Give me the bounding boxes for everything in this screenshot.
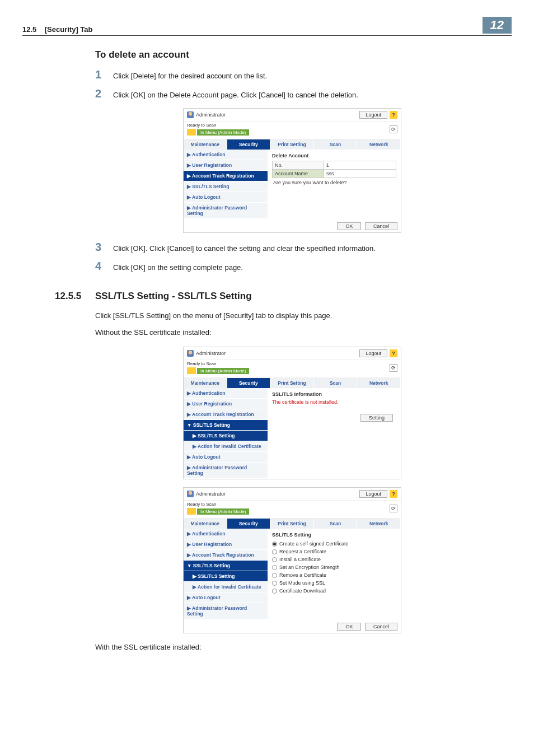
sidebar-item-ssl-sub[interactable]: ▶ SSL/TLS Setting (184, 431, 268, 441)
row-no-label: No. (273, 161, 324, 169)
tab-network[interactable]: Network (357, 378, 401, 388)
status-ready: Ready to Scan (187, 123, 249, 128)
step-3: 3 Click [OK]. Click [Cancel] to cancel t… (95, 241, 489, 254)
sidebar-item-user[interactable]: ▶ User Registration (184, 539, 268, 550)
refresh-icon[interactable]: ⟳ (390, 505, 397, 512)
tab-print[interactable]: Print Setting (270, 139, 314, 150)
radio-icon[interactable] (272, 565, 277, 570)
section-title: SSL/TLS Setting - SSL/TLS Setting (95, 291, 252, 302)
sidebar-item-autologout[interactable]: ▶ Auto Logout (184, 192, 268, 203)
help-icon[interactable]: ? (390, 111, 397, 119)
radio-icon[interactable] (272, 542, 277, 547)
help-icon[interactable]: ? (390, 349, 397, 357)
sidebar-item-autologout[interactable]: ▶ Auto Logout (184, 452, 268, 463)
radio-icon[interactable] (272, 557, 277, 562)
sidebar-item-autologout[interactable]: ▶ Auto Logout (184, 592, 268, 603)
tab-print[interactable]: Print Setting (270, 378, 314, 388)
sidebar-item-adminpw[interactable]: ▶ Administrator Password Setting (184, 463, 268, 479)
mode-label: In Menu (Admin Mode) (197, 129, 249, 136)
logout-button[interactable]: Logout (359, 490, 387, 498)
step-num: 4 (95, 260, 113, 273)
ok-button[interactable]: OK (337, 222, 361, 230)
ssl-not-installed-msg: The certificate is not installed. (272, 399, 396, 405)
radio-label: Set an Encryption Strength (279, 564, 340, 570)
sidebar-item-auth[interactable]: ▶ Authentication (184, 529, 268, 539)
radio-icon[interactable] (272, 589, 277, 594)
sidebar-item-user[interactable]: ▶ User Registration (184, 160, 268, 171)
tab-security[interactable]: Security (227, 519, 271, 529)
tab-network[interactable]: Network (357, 139, 401, 150)
radio-icon[interactable] (272, 549, 277, 554)
ok-button[interactable]: OK (337, 623, 361, 631)
cancel-button[interactable]: Cancel (365, 623, 397, 631)
radio-opt-3[interactable]: Set an Encryption Strength (272, 563, 396, 571)
radio-opt-4[interactable]: Remove a Certificate (272, 571, 396, 579)
tab-print[interactable]: Print Setting (270, 519, 314, 529)
sidebar-item-account[interactable]: ▶ Account Track Registration (184, 550, 268, 561)
sidebar-item-action-invalid[interactable]: ▶ Action for Invalid Certificate (184, 441, 268, 452)
tab-maintenance[interactable]: Maintenance (184, 139, 227, 150)
user-icon (187, 111, 194, 118)
status-ready: Ready to Scan (187, 502, 249, 507)
radio-icon[interactable] (272, 573, 277, 578)
admin-label: Administrator (196, 112, 226, 118)
step-text: Click [OK] on the setting complete page. (113, 262, 489, 273)
sidebar-item-adminpw[interactable]: ▶ Administrator Password Setting (184, 203, 268, 219)
sidebar-item-account[interactable]: ▶ Account Track Registration (184, 171, 268, 181)
refresh-icon[interactable]: ⟳ (390, 364, 397, 372)
refresh-icon[interactable]: ⟳ (390, 125, 397, 133)
tab-security[interactable]: Security (227, 378, 271, 388)
screenshot-ssl-info: Administrator Logout ? Ready to Scan In … (183, 347, 401, 479)
header-secnum: 12.5 (22, 25, 36, 34)
help-icon[interactable]: ? (390, 490, 397, 498)
radio-icon[interactable] (272, 581, 277, 586)
tab-maintenance[interactable]: Maintenance (184, 519, 227, 529)
section-num: 12.5.5 (55, 291, 95, 302)
radio-opt-1[interactable]: Request a Certificate (272, 548, 396, 556)
header-sectitle: [Security] Tab (45, 25, 93, 34)
radio-opt-5[interactable]: Set Mode using SSL (272, 579, 396, 587)
sidebar-item-user[interactable]: ▶ User Registration (184, 399, 268, 409)
radio-label: Create a self-signed Certificate (279, 541, 349, 547)
setting-button[interactable]: Setting (360, 414, 393, 422)
sidebar-item-adminpw[interactable]: ▶ Administrator Password Setting (184, 603, 268, 619)
step-2: 2 Click [OK] on the Delete Account page.… (95, 87, 489, 101)
tab-network[interactable]: Network (357, 519, 401, 529)
radio-label: Request a Certificate (279, 549, 326, 554)
header-left: 12.5 [Security] Tab (22, 25, 483, 34)
panel-title: Delete Account (272, 153, 396, 158)
step-num: 3 (95, 241, 113, 254)
sidebar-item-auth[interactable]: ▶ Authentication (184, 388, 268, 399)
row-no-val: 1 (324, 161, 396, 169)
sidebar-item-ssl-sub[interactable]: ▶ SSL/TLS Setting (184, 571, 268, 582)
radio-opt-0[interactable]: Create a self-signed Certificate (272, 540, 396, 548)
radio-opt-6[interactable]: Certificate Download (272, 587, 396, 595)
radio-opt-2[interactable]: Install a Certificate (272, 556, 396, 563)
tab-security[interactable]: Security (227, 139, 271, 150)
mode-label: In Menu (Admin Mode) (197, 508, 249, 515)
section-heading-ssl: 12.5.5 SSL/TLS Setting - SSL/TLS Setting (55, 291, 489, 302)
sidebar-item-action-invalid[interactable]: ▶ Action for Invalid Certificate (184, 582, 268, 592)
sidebar-item-ssl[interactable]: ▼ SSL/TLS Setting (184, 561, 268, 571)
screenshot-delete-account: Administrator Logout ? Ready to Scan In … (183, 108, 401, 233)
logout-button[interactable]: Logout (359, 111, 387, 119)
radio-label: Install a Certificate (279, 557, 321, 562)
page-header: 12.5 [Security] Tab 12 (22, 17, 512, 36)
tab-scan[interactable]: Scan (314, 378, 358, 388)
radio-label: Remove a Certificate (279, 572, 326, 578)
step-text: Click [OK] on the Delete Account page. C… (113, 90, 489, 101)
cancel-button[interactable]: Cancel (365, 222, 397, 230)
sidebar-item-ssl[interactable]: ▼ SSL/TLS Setting (184, 420, 268, 431)
step-4: 4 Click [OK] on the setting complete pag… (95, 260, 489, 273)
tab-maintenance[interactable]: Maintenance (184, 378, 227, 388)
sidebar-item-account[interactable]: ▶ Account Track Registration (184, 409, 268, 420)
status-ready: Ready to Scan (187, 361, 249, 366)
step-1: 1 Click [Delete] for the desired account… (95, 68, 489, 82)
tab-scan[interactable]: Scan (314, 519, 358, 529)
confirm-text: Are you sure you want to delete? (272, 178, 396, 188)
logout-button[interactable]: Logout (359, 349, 387, 357)
admin-label: Administrator (196, 351, 226, 356)
sidebar-item-auth[interactable]: ▶ Authentication (184, 150, 268, 160)
tab-scan[interactable]: Scan (314, 139, 358, 150)
sidebar-item-ssl[interactable]: ▶ SSL/TLS Setting (184, 181, 268, 192)
